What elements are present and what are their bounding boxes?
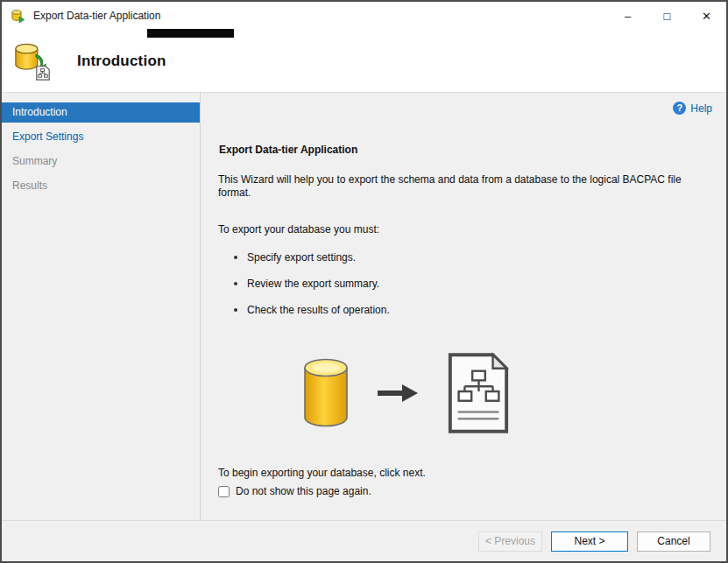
- do-not-show-checkbox[interactable]: [218, 486, 230, 497]
- minimize-button[interactable]: –: [608, 2, 647, 30]
- page-title: Introduction: [77, 53, 166, 70]
- wizard-steps-sidebar: Introduction Export Settings Summary Res…: [2, 93, 201, 520]
- export-dac-header-icon: [13, 41, 53, 81]
- export-data-tier-wizard-window: Export Data-tier Application – □ ✕: [0, 0, 728, 563]
- bullet-text: Review the export summary.: [247, 278, 379, 290]
- bullet-dot-icon: [234, 256, 237, 259]
- wizard-content-pane: ? Help Export Data-tier Application This…: [201, 93, 726, 520]
- requirements-list: Specify export settings. Review the expo…: [218, 251, 709, 316]
- sidebar-item-summary: Summary: [2, 151, 200, 172]
- intro-paragraph: This Wizard will help you to export the …: [218, 173, 696, 200]
- bullet-dot-icon: [234, 282, 237, 285]
- content-heading: Export Data-tier Application: [219, 144, 709, 156]
- help-link[interactable]: ? Help: [673, 102, 712, 115]
- next-button[interactable]: Next >: [551, 531, 628, 552]
- dark-strip-artifact: [147, 29, 234, 38]
- list-item: Check the results of operation.: [218, 304, 709, 316]
- maximize-button[interactable]: □: [647, 2, 687, 30]
- cancel-button[interactable]: Cancel: [637, 531, 710, 552]
- window-controls: – □ ✕: [608, 2, 726, 30]
- begin-export-text: To begin exporting your database, click …: [218, 467, 709, 479]
- wizard-body: Introduction Export Settings Summary Res…: [2, 92, 726, 520]
- wizard-footer: < Previous Next > Cancel: [2, 520, 726, 561]
- right-arrow-icon: [378, 383, 418, 407]
- sidebar-item-introduction[interactable]: Introduction: [2, 102, 200, 123]
- sidebar-item-export-settings[interactable]: Export Settings: [2, 127, 200, 147]
- title-bar: Export Data-tier Application – □ ✕: [2, 2, 726, 30]
- bullet-text: Specify export settings.: [247, 251, 356, 264]
- app-database-export-icon: [11, 9, 25, 24]
- list-item: Review the export summary.: [218, 278, 709, 290]
- list-item: Specify export settings.: [218, 251, 709, 264]
- do-not-show-row: Do not show this page again.: [218, 485, 709, 497]
- window-title: Export Data-tier Application: [33, 10, 160, 22]
- help-label: Help: [690, 102, 712, 115]
- wizard-header: Introduction: [2, 30, 726, 92]
- close-button[interactable]: ✕: [687, 2, 726, 30]
- do-not-show-label: Do not show this page again.: [236, 485, 371, 497]
- previous-button: < Previous: [478, 531, 542, 552]
- sidebar-item-results: Results: [2, 176, 200, 196]
- bullet-dot-icon: [234, 308, 237, 312]
- bullet-text: Check the results of operation.: [247, 304, 390, 316]
- requirements-label: To export your database you must:: [218, 223, 709, 236]
- help-icon: ?: [673, 102, 686, 115]
- bacpac-document-icon: [446, 352, 511, 438]
- export-illustration: [302, 351, 709, 439]
- database-cylinder-icon: [302, 358, 350, 432]
